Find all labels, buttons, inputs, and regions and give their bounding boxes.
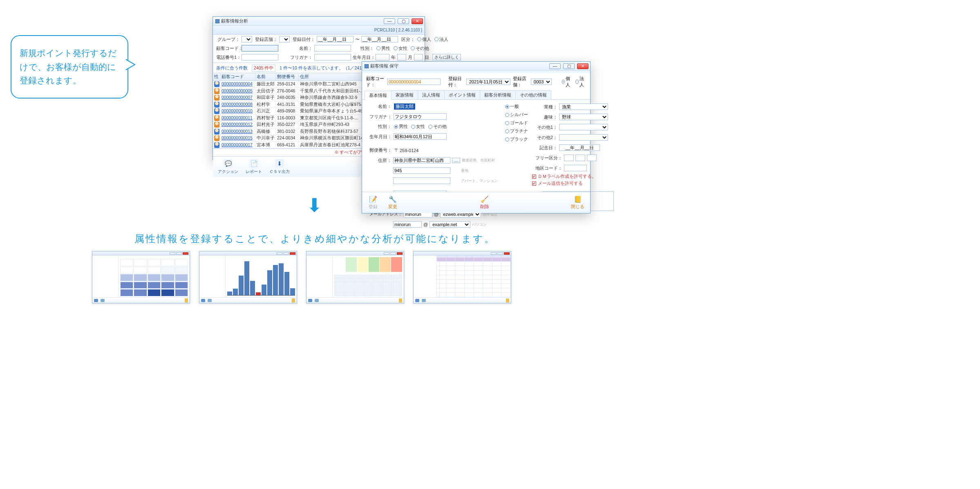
kana-label: フリガナ： [280,54,313,61]
female-radio[interactable]: 女性 [394,45,407,52]
hojin-radio[interactable]: 法人 [434,36,448,43]
close-button[interactable]: ✕ [412,18,423,24]
male-radio[interactable]: 男性 [376,45,390,52]
enroll-date-label: 登録日付： [291,36,315,43]
thumb-table [413,251,511,303]
birth-input[interactable] [394,133,447,140]
kana-input[interactable] [314,54,351,61]
customer-code-link[interactable]: 0000000000015 [220,135,255,141]
rank-radio-4[interactable]: ブラック [505,136,528,142]
birth-y-input[interactable] [376,54,389,61]
free2-input[interactable] [575,155,585,161]
birth-d-input[interactable] [414,54,423,61]
phone-label: 電話番号1： [216,54,240,61]
minimize-button[interactable]: — [384,18,395,24]
mail-checkbox[interactable]: ✔メール送信を許可する [532,181,614,186]
action-button[interactable]: 💬アクション [218,159,238,175]
app-icon [215,19,219,23]
addr1-input[interactable] [393,157,450,164]
biz-select[interactable]: 漁業 [559,103,608,110]
customer-code-link[interactable]: 0000000000005 [220,88,255,94]
kojin-radio[interactable]: 個人 [417,36,431,43]
other-radio[interactable]: その他 [411,45,429,52]
other-radio[interactable]: その他 [428,123,447,130]
close-window-button[interactable]: 📒閉じる [571,195,584,210]
phone-input[interactable] [242,54,278,61]
mail2-input[interactable] [393,221,422,228]
customer-code-link[interactable]: 0000000000010 [220,108,255,114]
birth-m-input[interactable] [397,54,406,61]
store-select[interactable]: 0003 [531,79,552,85]
store-label: 登録店舗： [254,36,277,43]
rank-radio-3[interactable]: プラチナ [505,128,528,134]
code-label: 顧客コード： [366,76,385,88]
gender-icon [214,135,220,141]
addr-lookup-button[interactable]: … [452,158,460,163]
customer-code-link[interactable]: 0000000000007 [220,94,255,101]
date-from-input[interactable] [317,36,354,43]
tab-0[interactable]: 基本情報 [365,91,392,100]
hojin-radio[interactable]: 法人 [575,76,585,88]
customer-code-link[interactable]: 0000000000004 [220,81,255,87]
report-button[interactable]: 📄レポート [246,159,262,175]
dm-checkbox[interactable]: ✔ＤＭラベル作成を許可する。 [532,174,614,179]
cnt-value: 2405 件中 [252,65,275,72]
customer-code-link[interactable]: 0000000000008 [220,101,255,108]
delete-button[interactable]: 🧹削除 [479,195,490,210]
gender-icon [214,102,220,108]
name-input[interactable]: 藤田太郎 [393,103,446,110]
customer-code-link[interactable]: 0000000000011 [220,115,255,121]
tab-1[interactable]: 家族情報 [391,90,418,99]
group-select[interactable] [242,36,252,43]
zip-input[interactable]: 〒259-0124 [394,147,431,153]
free1-input[interactable] [564,155,574,161]
kojin-radio[interactable]: 個人 [562,76,572,88]
customer-code-link[interactable]: 0000000000013 [220,128,255,135]
other2-select[interactable] [559,134,608,141]
male-radio[interactable]: 男性 [394,123,408,130]
minimize-button[interactable]: — [549,63,561,69]
register-button[interactable]: 📝登録 [368,195,378,210]
window-title: 顧客情報 保守 [370,63,398,69]
name-input[interactable] [314,45,351,52]
anniv-input[interactable] [559,144,600,151]
version-bar: PCRCL310 [ 2.2.46.1103 ] [213,26,425,35]
free3-input[interactable] [587,155,597,161]
customer-code-link[interactable]: 0000000000017 [220,142,255,148]
update-button[interactable]: 🔧変更 [387,195,398,210]
close-button[interactable]: ✕ [577,63,588,69]
rank-radio-2[interactable]: ゴールド [505,120,528,126]
code-input[interactable] [242,45,278,52]
code-input[interactable] [387,79,441,85]
areacode-input[interactable] [564,165,587,171]
speech-bubble: 新規ポイント発行するだけで、お客様が自動的に登録されます。 [11,35,128,114]
tab-3[interactable]: ポイント情報 [444,90,480,99]
more-button[interactable]: さらに詳しく [432,54,461,61]
kana-input[interactable] [394,113,447,120]
addr3-input[interactable] [393,177,450,184]
tab-5[interactable]: その他の情報 [515,90,551,99]
maximize-button[interactable]: ▢ [563,63,575,69]
other1-select[interactable] [559,124,608,130]
titlebar[interactable]: 顧客情報分析 — ▢ ✕ [213,17,425,26]
birth-label: 生年月日： [353,54,374,61]
female-radio[interactable]: 女性 [411,123,425,130]
store-select[interactable] [279,36,290,43]
rank-radio-1[interactable]: シルバー [505,112,528,118]
csv-button[interactable]: ⬇ＣＳＶ出力 [269,159,290,175]
hobby-select[interactable]: 野球 [559,114,608,120]
date-to-input[interactable] [361,36,398,43]
tab-4[interactable]: 顧客分析情報 [480,90,516,99]
maximize-button[interactable]: ▢ [398,18,409,24]
titlebar[interactable]: 顧客情報 保守 — ▢ ✕ [362,62,590,71]
thumb-bar-chart [199,251,297,303]
date-select[interactable]: 2021年11月05日 [466,79,510,85]
thumb-decile [92,251,190,303]
window-title: 顧客情報分析 [221,18,248,24]
tab-2[interactable]: 法人情報 [418,90,445,99]
mail2-domain[interactable]: example.net [430,221,470,228]
customer-code-link[interactable]: 0000000000012 [220,121,255,128]
rank-radio-0[interactable]: 一般 [505,103,519,110]
addr2-input[interactable] [393,167,450,174]
speech-bubble-text: 新規ポイント発行するだけで、お客様が自動的に登録されます。 [20,46,119,87]
